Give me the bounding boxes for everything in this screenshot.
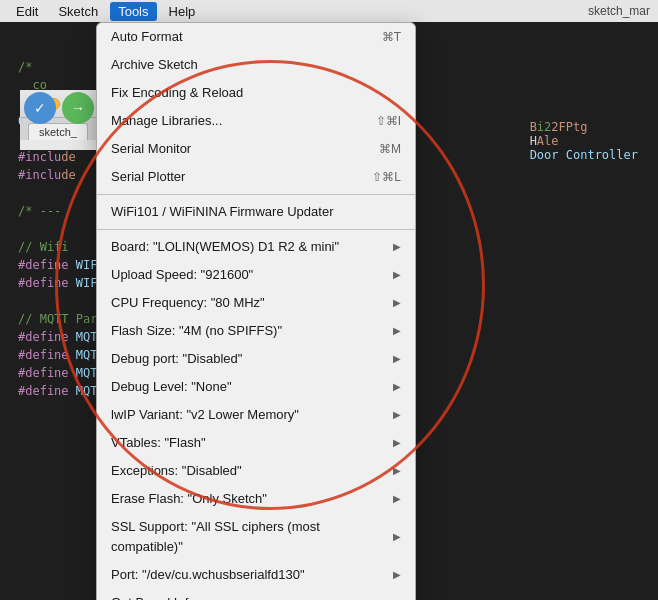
menu-sketch[interactable]: Sketch: [50, 2, 106, 21]
menu-item-flash-size[interactable]: Flash Size: "4M (no SPIFFS)" ▶: [97, 317, 415, 345]
menu-edit[interactable]: Edit: [8, 2, 46, 21]
code-line-right: Door Controller: [530, 148, 638, 162]
tools-dropdown: Auto Format ⌘T Archive Sketch Fix Encodi…: [96, 22, 416, 600]
menu-item-auto-format[interactable]: Auto Format ⌘T: [97, 23, 415, 51]
code-right: Bi22FPtg HAle Door Controller: [530, 120, 638, 162]
sketch-name: sketch_mar: [588, 4, 650, 18]
upload-button[interactable]: →: [62, 92, 94, 124]
menu-item-vtables[interactable]: VTables: "Flash" ▶: [97, 429, 415, 457]
mac-menubar: Edit Sketch Tools Help sketch_mar: [0, 0, 658, 22]
menu-item-lwip[interactable]: lwIP Variant: "v2 Lower Memory" ▶: [97, 401, 415, 429]
menu-help[interactable]: Help: [161, 2, 204, 21]
menu-item-archive-sketch[interactable]: Archive Sketch: [97, 51, 415, 79]
menu-item-wifi-firmware[interactable]: WiFi101 / WiFiNINA Firmware Updater: [97, 198, 415, 226]
divider-1: [97, 194, 415, 195]
toolbar: ✓ →: [24, 92, 94, 124]
code-line-right: Bi22FPtg: [530, 120, 638, 134]
menu-item-get-board-info[interactable]: Get Board Info: [97, 589, 415, 600]
menu-item-fix-encoding[interactable]: Fix Encoding & Reload: [97, 79, 415, 107]
divider-2: [97, 229, 415, 230]
menu-item-serial-plotter[interactable]: Serial Plotter ⇧⌘L: [97, 163, 415, 191]
menu-item-port[interactable]: Port: "/dev/cu.wchusbserialfd130" ▶: [97, 561, 415, 589]
code-line-right: HAle: [530, 134, 638, 148]
menu-item-upload-speed[interactable]: Upload Speed: "921600" ▶: [97, 261, 415, 289]
menu-item-serial-monitor[interactable]: Serial Monitor ⌘M: [97, 135, 415, 163]
menu-item-board[interactable]: Board: "LOLIN(WEMOS) D1 R2 & mini" ▶: [97, 233, 415, 261]
verify-button[interactable]: ✓: [24, 92, 56, 124]
menu-item-debug-port[interactable]: Debug port: "Disabled" ▶: [97, 345, 415, 373]
menu-item-erase-flash[interactable]: Erase Flash: "Only Sketch" ▶: [97, 485, 415, 513]
menu-item-ssl-support[interactable]: SSL Support: "All SSL ciphers (most comp…: [97, 513, 415, 561]
menu-item-exceptions[interactable]: Exceptions: "Disabled" ▶: [97, 457, 415, 485]
sketch-tab[interactable]: sketch_: [28, 123, 88, 140]
menu-item-cpu-freq[interactable]: CPU Frequency: "80 MHz" ▶: [97, 289, 415, 317]
menu-tools[interactable]: Tools: [110, 2, 156, 21]
menu-item-debug-level[interactable]: Debug Level: "None" ▶: [97, 373, 415, 401]
menu-item-manage-libraries[interactable]: Manage Libraries... ⇧⌘I: [97, 107, 415, 135]
